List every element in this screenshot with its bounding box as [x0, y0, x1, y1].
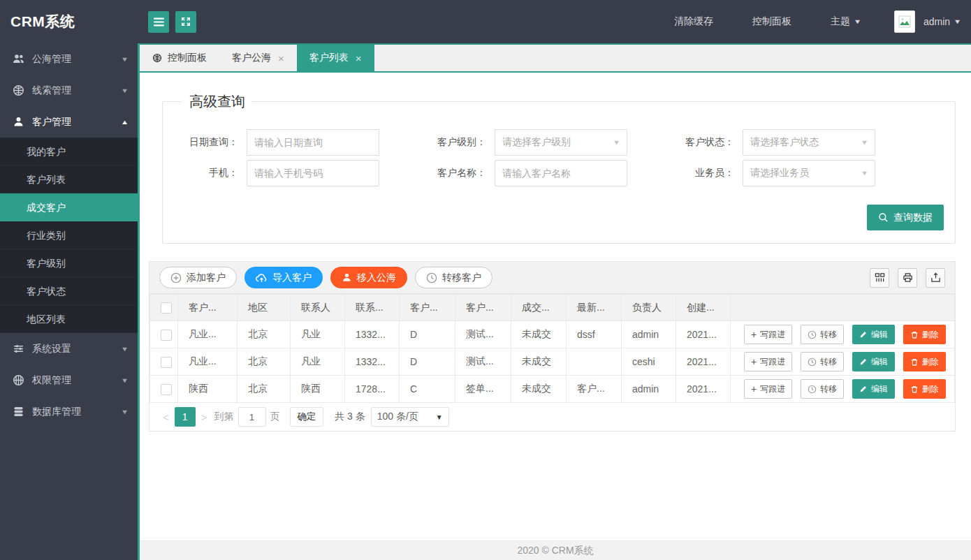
transfer-customer-button[interactable]: 转移客户: [415, 267, 492, 288]
sidebar-subitem-customer-list[interactable]: 客户列表: [0, 165, 138, 193]
customer-level-select[interactable]: 请选择客户级别 ▼: [495, 129, 627, 156]
customer-status-select[interactable]: 请选择客户状态 ▼: [743, 129, 875, 156]
delete-button[interactable]: 删除: [903, 352, 946, 371]
clock-icon: [808, 330, 817, 339]
transfer-button[interactable]: 转移: [801, 379, 844, 399]
edit-button[interactable]: 编辑: [852, 379, 895, 399]
customer-name-input[interactable]: [495, 160, 627, 186]
salesman-select[interactable]: 请选择业务员 ▼: [743, 160, 875, 186]
print-button[interactable]: [898, 268, 917, 288]
sidebar-subitem-customer-level[interactable]: 客户级别: [0, 249, 138, 277]
edit-button[interactable]: 编辑: [852, 352, 895, 371]
move-to-sea-button[interactable]: 移入公海: [330, 267, 407, 288]
caret-down-icon: ▼: [613, 139, 621, 146]
row-button-label: 转移: [820, 383, 837, 395]
row-checkbox[interactable]: [161, 330, 172, 341]
caret-down-icon: ▼: [854, 18, 862, 25]
add-customer-button[interactable]: 添加客户: [159, 267, 237, 288]
sidebar-nav: 公海管理 ▼ 线索管理 ▼ 客户管理 ▲ 我的客户 客户列表 成交: [0, 43, 138, 427]
total-count: 共 3 条: [335, 411, 365, 423]
customers-submenu: 我的客户 客户列表 成交客户 行业类别 客户级别 客户状态 地区列表: [0, 138, 138, 333]
collapse-menu-button[interactable]: [148, 11, 169, 33]
trash-icon: [910, 385, 919, 394]
edit-icon: [859, 358, 868, 366]
sidebar-subitem-region-list[interactable]: 地区列表: [0, 305, 138, 333]
delete-button[interactable]: 删除: [903, 325, 946, 344]
tab-customer-list[interactable]: 客户列表 ×: [297, 45, 374, 71]
globe-icon: [13, 84, 24, 96]
broken-image-icon: [898, 15, 911, 28]
import-customer-button[interactable]: 导入客户: [244, 267, 323, 288]
write-followup-button[interactable]: +写跟进: [744, 379, 792, 399]
subitem-label: 客户状态: [27, 286, 66, 297]
cell: dssf: [567, 321, 622, 348]
column-header: 负责人: [622, 295, 676, 321]
export-button[interactable]: [926, 268, 945, 288]
query-data-button[interactable]: 查询数据: [867, 205, 944, 230]
transfer-button[interactable]: 转移: [801, 325, 844, 344]
cell: 1332...: [345, 348, 400, 376]
sidebar-item-permissions[interactable]: 权限管理 ▼: [0, 364, 138, 396]
tabbar: 控制面板 客户公海 × 客户列表 ×: [140, 43, 971, 73]
user-dropdown[interactable]: admin ▼: [923, 16, 961, 27]
user-icon: [13, 116, 24, 128]
next-page-button[interactable]: >: [201, 411, 207, 423]
sidebar-item-customers[interactable]: 客户管理 ▲: [0, 106, 138, 138]
prev-page-button[interactable]: <: [163, 411, 169, 423]
write-followup-button[interactable]: +写跟进: [744, 352, 792, 371]
column-header: 最新...: [567, 295, 622, 321]
tab-label: 客户公海: [232, 52, 271, 64]
tab-label: 客户列表: [309, 52, 349, 64]
cell: 未成交: [511, 348, 567, 376]
tab-dashboard[interactable]: 控制面板: [140, 45, 219, 71]
caret-down-icon: ▼: [121, 56, 129, 63]
row-checkbox[interactable]: [161, 384, 172, 395]
caret-down-icon: ▼: [861, 170, 869, 177]
fullscreen-button[interactable]: [175, 11, 196, 33]
dashboard-link[interactable]: 控制面板: [752, 15, 791, 28]
page-size-select[interactable]: 100 条/页 ▼: [371, 407, 449, 427]
sidebar-item-public-sea[interactable]: 公海管理 ▼: [0, 43, 138, 75]
sidebar-item-database[interactable]: 数据库管理 ▼: [0, 396, 138, 427]
filter-columns-button[interactable]: [870, 268, 889, 288]
row-button-label: 转移: [820, 356, 837, 368]
edit-button[interactable]: 编辑: [852, 325, 895, 344]
theme-dropdown[interactable]: 主题 ▼: [831, 15, 861, 28]
tab-customer-sea[interactable]: 客户公海 ×: [219, 45, 297, 71]
select-placeholder: 请选择客户级别: [502, 136, 613, 149]
delete-button[interactable]: 删除: [903, 379, 946, 399]
subitem-label: 地区列表: [27, 314, 66, 325]
customer-level-field: 客户级别： 请选择客户级别 ▼: [418, 129, 666, 156]
confirm-page-button[interactable]: 确定: [290, 407, 324, 427]
row-actions: +写跟进 转移 编辑 删除: [731, 321, 955, 348]
topbar-right: 清除缓存 控制面板 主题 ▼ admin ▼: [635, 10, 961, 33]
current-page[interactable]: 1: [175, 407, 196, 427]
globe-icon: [152, 53, 162, 63]
table-card: 添加客户 导入客户 移入公海: [149, 261, 956, 432]
sidebar-item-leads[interactable]: 线索管理 ▼: [0, 75, 138, 106]
avatar[interactable]: [894, 10, 915, 33]
sidebar-subitem-customer-status[interactable]: 客户状态: [0, 277, 138, 305]
transfer-button[interactable]: 转移: [801, 352, 844, 371]
cell: 测试...: [455, 348, 511, 376]
select-all-checkbox[interactable]: [161, 302, 172, 314]
clock-icon: [426, 272, 437, 283]
goto-page-input[interactable]: [238, 407, 266, 427]
close-icon[interactable]: ×: [278, 53, 284, 64]
date-query-input[interactable]: [247, 129, 379, 156]
row-checkbox[interactable]: [161, 357, 172, 368]
sidebar-subitem-my-customers[interactable]: 我的客户: [0, 138, 138, 165]
sidebar-subitem-industry-category[interactable]: 行业类别: [0, 221, 138, 249]
write-followup-button[interactable]: +写跟进: [744, 325, 792, 344]
phone-input[interactable]: [247, 160, 379, 186]
table-row: 陕西 北京 陕西 1728... C 签单... 未成交 客户... admin…: [150, 376, 955, 403]
sidebar-item-system-settings[interactable]: 系统设置 ▼: [0, 333, 138, 364]
clear-cache-link[interactable]: 清除缓存: [674, 15, 713, 28]
close-icon[interactable]: ×: [356, 53, 362, 64]
clock-icon: [808, 385, 817, 394]
app-logo: CRM系统: [0, 0, 138, 43]
cell: ceshi: [622, 348, 676, 376]
sidebar-subitem-deal-customers[interactable]: 成交客户: [0, 193, 138, 221]
print-icon: [903, 272, 913, 283]
cell: 2021...: [676, 376, 731, 403]
